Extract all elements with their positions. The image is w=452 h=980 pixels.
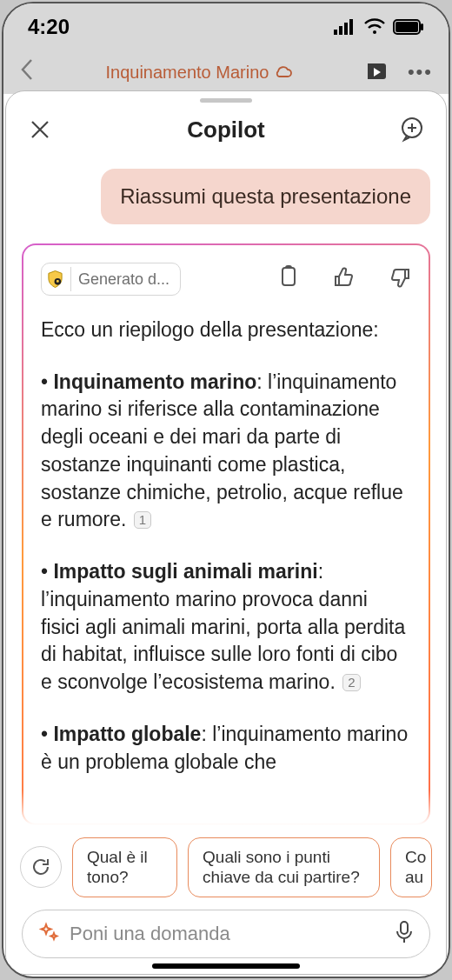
underlying-app-header: Inquinamento Marino ••• — [3, 50, 449, 94]
ai-intro: Ecco un riepilogo della presentazione: — [41, 317, 411, 344]
svg-rect-12 — [401, 922, 408, 934]
home-indicator[interactable] — [152, 963, 300, 969]
regenerate-button[interactable] — [20, 846, 62, 888]
sheet-header: Copilot — [6, 103, 446, 160]
status-icons — [334, 18, 424, 36]
copilot-sheet: Copilot Riassumi questa presentazione Ge… — [5, 90, 447, 975]
wifi-icon — [363, 18, 386, 36]
ai-response-card: Generato d... Ecco un riepilogo della pr… — [22, 243, 430, 825]
svg-rect-11 — [282, 268, 295, 285]
close-button[interactable] — [25, 115, 55, 144]
svg-rect-0 — [334, 30, 337, 35]
suggestion-row: Qual è il tono? Quali sono i punti chiav… — [6, 825, 446, 903]
phone-frame: 4:20 Inquinamento Marino ••• Copilot — [2, 2, 450, 978]
document-title: Inquinamento Marino — [106, 63, 269, 83]
citation-badge[interactable]: 2 — [342, 674, 360, 691]
mic-button[interactable] — [395, 920, 414, 948]
ai-bullet: • Impatto globale: l’inquinamento marino… — [41, 721, 411, 776]
generated-by-label: Generato d... — [78, 270, 170, 289]
back-chevron-icon[interactable] — [19, 57, 35, 88]
sparkle-icon — [38, 922, 59, 946]
user-message: Riassumi questa presentazione — [101, 169, 430, 224]
svg-rect-1 — [339, 26, 342, 35]
new-chat-button[interactable] — [397, 115, 427, 144]
svg-point-4 — [373, 30, 376, 34]
chat-body: Riassumi questa presentazione Generato d… — [6, 160, 446, 825]
thumbs-up-button[interactable] — [333, 266, 356, 292]
suggestion-chip[interactable]: Qual è il tono? — [72, 837, 177, 898]
more-icon[interactable]: ••• — [408, 61, 433, 83]
ai-card-actions: Generato d... — [41, 263, 411, 296]
svg-rect-10 — [56, 280, 59, 283]
citation-badge[interactable]: 1 — [134, 511, 151, 529]
shield-lock-icon — [47, 267, 71, 291]
svg-rect-7 — [421, 23, 423, 30]
chat-input-placeholder: Poni una domanda — [70, 923, 384, 945]
cloud-sync-icon — [274, 64, 293, 80]
battery-icon — [393, 19, 424, 35]
clock: 4:20 — [28, 15, 70, 39]
ai-bullet: • Impatto sugli animali marini: l’inquin… — [41, 558, 411, 697]
svg-rect-2 — [344, 23, 348, 35]
ai-response-text: Ecco un riepilogo della presentazione: •… — [41, 317, 411, 800]
generated-by-badge[interactable]: Generato d... — [41, 263, 181, 296]
svg-rect-3 — [349, 19, 353, 35]
chat-input[interactable]: Poni una domanda — [22, 910, 430, 958]
ai-bullet: • Inquinamento marino: l’inquinamento ma… — [41, 369, 411, 534]
copy-button[interactable] — [279, 265, 300, 293]
present-icon[interactable] — [364, 61, 390, 83]
sheet-title: Copilot — [187, 117, 265, 143]
status-bar: 4:20 — [3, 3, 449, 50]
cell-signal-icon — [334, 19, 356, 35]
suggestion-chip[interactable]: Co au — [390, 837, 432, 898]
suggestion-chip[interactable]: Quali sono i punti chiave da cui partire… — [188, 837, 380, 898]
thumbs-down-button[interactable] — [389, 266, 411, 292]
svg-rect-6 — [396, 22, 418, 32]
